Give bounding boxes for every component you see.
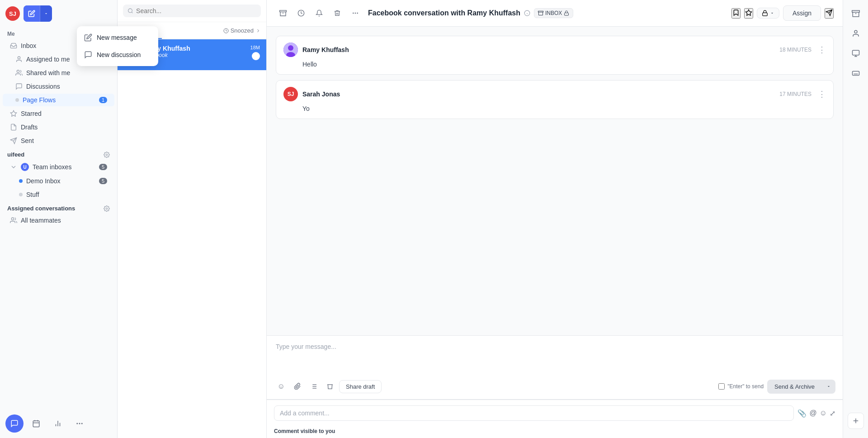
right-profile-icon (852, 49, 860, 57)
snooze-button[interactable] (294, 6, 308, 20)
bookmark-icon (732, 9, 740, 16)
comment-emoji-button[interactable]: ☺ (820, 409, 827, 418)
sent-icon (10, 137, 17, 144)
lock-dropdown[interactable] (757, 8, 779, 19)
svg-point-16 (79, 423, 80, 424)
right-sidebar-archive[interactable] (848, 5, 864, 22)
all-teammates-icon (10, 217, 17, 224)
format-button[interactable] (307, 379, 321, 394)
right-sidebar-add[interactable] (848, 413, 864, 429)
comment-tools: 📎 @ ☺ ⤢ (797, 409, 835, 418)
assign-button[interactable]: Assign (783, 5, 821, 21)
send-archive-main-button[interactable]: Send & Archive (767, 380, 822, 394)
sidebar-item-demo-inbox[interactable]: Demo Inbox 5 (3, 175, 114, 187)
send-archive-arrow-button[interactable] (822, 380, 835, 394)
delete-button[interactable] (330, 6, 344, 20)
comment-area: 📎 @ ☺ ⤢ (267, 400, 843, 426)
attach-button[interactable] (290, 379, 305, 394)
svg-point-15 (77, 423, 78, 424)
enter-to-send-checkbox[interactable] (718, 383, 725, 390)
sidebar-item-drafts[interactable]: Drafts (3, 121, 114, 133)
messages-area: Ramy Khuffash 18 MINUTES ⋮ Hello SJ Sara… (267, 27, 843, 335)
delete-draft-button[interactable] (323, 379, 337, 394)
compose-arrow-button[interactable] (40, 5, 52, 22)
search-icon (127, 8, 133, 14)
svg-point-37 (288, 45, 293, 51)
notifications-button[interactable] (312, 6, 326, 20)
comment-mention-button[interactable]: @ (809, 409, 816, 418)
new-message-item[interactable]: New message (77, 29, 158, 46)
more-horizontal-icon (352, 10, 359, 17)
info-icon[interactable] (524, 10, 530, 16)
sidebar-item-team-inboxes[interactable]: U Team inboxes 5 (3, 160, 114, 174)
search-box[interactable] (123, 5, 261, 17)
new-discussion-item[interactable]: New discussion (77, 46, 158, 63)
compose-main-button[interactable] (24, 5, 40, 22)
starred-label: Starred (21, 110, 42, 117)
shared-with-me-label: Shared with me (26, 69, 70, 76)
more-nav-button[interactable] (71, 414, 89, 433)
chat-nav-button[interactable] (5, 414, 24, 433)
ramy-avatar-img (283, 43, 298, 57)
sent-label: Sent (21, 137, 34, 144)
sidebar-item-sent[interactable]: Sent (3, 134, 114, 147)
msg-more-ramy[interactable]: ⋮ (818, 45, 826, 55)
discussions-label: Discussions (26, 83, 60, 90)
more-actions-button[interactable] (348, 6, 363, 20)
page-flows-dot (15, 98, 19, 102)
sidebar-item-shared-with-me[interactable]: Shared with me (3, 67, 114, 79)
new-message-label: New message (97, 34, 137, 41)
sidebar-item-stuff[interactable]: Stuff (3, 188, 114, 201)
msg-more-sarah[interactable]: ⋮ (818, 89, 826, 99)
sidebar-item-page-flows[interactable]: Page Flows 1 (3, 94, 114, 106)
sarah-initials: SJ (288, 91, 294, 97)
comment-input[interactable] (274, 405, 794, 421)
send-icon-button[interactable] (825, 8, 834, 19)
comment-attach-button[interactable]: 📎 (797, 409, 807, 418)
assigned-to-me-icon (15, 56, 23, 63)
chat-title-area: Facebook conversation with Ramy Khuffash… (368, 8, 726, 18)
assigned-to-me-label: Assigned to me (26, 56, 70, 63)
svg-rect-8 (33, 421, 39, 427)
chart-nav-button[interactable] (49, 414, 67, 433)
message-textarea[interactable] (276, 343, 834, 370)
tab-snoozed[interactable]: Snoozed (223, 23, 261, 38)
star-button[interactable] (744, 8, 753, 19)
sidebar-item-all-teammates[interactable]: All teammates (3, 214, 114, 227)
right-sidebar-keyboard[interactable] (848, 65, 864, 81)
page-flows-badge: 1 (99, 97, 107, 103)
bookmark-button[interactable] (731, 8, 741, 19)
archive-button[interactable] (276, 6, 290, 20)
message-ramy: Ramy Khuffash 18 MINUTES ⋮ Hello (276, 36, 834, 75)
share-draft-button[interactable]: Share draft (339, 380, 382, 393)
svg-point-18 (128, 9, 132, 13)
send-archive-button-group: Send & Archive (767, 380, 835, 394)
sidebar-item-starred[interactable]: Starred (3, 107, 114, 120)
conv-badge-ramy: 2 (252, 52, 260, 60)
stuff-label: Stuff (26, 191, 39, 198)
svg-point-47 (854, 30, 857, 33)
inbox-badge-icon (538, 10, 543, 16)
comment-visible-text: Comment visible to (274, 428, 324, 434)
sidebar: SJ New message New discussion Me Inbox A… (0, 0, 118, 438)
right-sidebar-contact[interactable] (848, 25, 864, 42)
comment-expand-button[interactable]: ⤢ (830, 409, 835, 418)
inbox-label: Inbox (21, 42, 36, 49)
assigned-conversations-header[interactable]: Assigned conversations (0, 201, 117, 214)
comment-section: 📎 @ ☺ ⤢ Comment visible to you (267, 399, 843, 438)
search-input[interactable] (136, 7, 256, 14)
svg-point-5 (106, 154, 108, 156)
sidebar-item-discussions[interactable]: Discussions (3, 80, 114, 93)
team-settings-icon[interactable] (104, 152, 110, 158)
right-sidebar-profile[interactable] (848, 45, 864, 62)
chat-nav-icon (10, 419, 19, 428)
format-icon (310, 383, 317, 390)
composer-right-actions: "Enter" to send Send & Archive (718, 380, 835, 394)
enter-to-send-label[interactable]: "Enter" to send (718, 383, 764, 390)
calendar-nav-button[interactable] (27, 414, 45, 433)
team-section-header[interactable]: uifeed (0, 148, 117, 160)
compose-button[interactable] (24, 5, 52, 22)
assigned-conversations-settings-icon[interactable] (104, 205, 110, 212)
svg-rect-48 (852, 50, 859, 55)
emoji-button[interactable]: ☺ (274, 379, 288, 394)
